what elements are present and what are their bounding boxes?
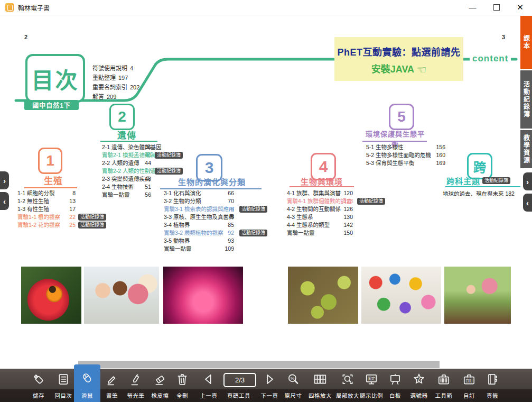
star-number-icon: 7 bbox=[412, 372, 426, 388]
button-label: 顯示比例 bbox=[358, 391, 385, 399]
toc-item[interactable]: 5-1 生物多樣性156 bbox=[366, 143, 446, 151]
toc-item[interactable]: 實驗2-2 人類的性別遺傳47活動紀錄簿 bbox=[102, 167, 153, 175]
toc-item-label: 實驗一點靈 bbox=[164, 245, 192, 252]
activity-book-badge[interactable]: 活動紀錄簿 bbox=[155, 152, 183, 159]
delete-all-button[interactable]: 全刪 bbox=[169, 369, 195, 402]
tab-teaching-resources[interactable]: 教學資源 bbox=[520, 130, 532, 168]
toc-item[interactable]: 實驗一點靈56 bbox=[102, 191, 153, 199]
toc-item[interactable]: 符號使用說明4 bbox=[92, 63, 139, 73]
toc-item[interactable]: 實驗2-1 模擬孟德爾豌豆實驗40活動紀錄簿 bbox=[102, 151, 153, 159]
toc-item-page: 93 bbox=[215, 237, 234, 245]
custom-tools-button[interactable]: 自訂 自訂 bbox=[456, 369, 482, 402]
tab-activity-book[interactable]: 活動紀錄簿 bbox=[520, 70, 532, 129]
activity-book-badge[interactable]: 活動紀錄簿 bbox=[155, 168, 183, 175]
activity-book-badge[interactable]: 活動紀錄簿 bbox=[78, 222, 106, 229]
toc-item[interactable]: 4-1 族群、群集與演替120 bbox=[287, 189, 354, 197]
chapter-1-underline bbox=[24, 187, 77, 188]
maximize-button[interactable] bbox=[484, 0, 508, 15]
toc-item[interactable]: 2-2 人類的遺傳44 bbox=[102, 159, 153, 167]
close-button[interactable]: ✕ bbox=[508, 0, 532, 15]
tab-textbook[interactable]: 課本 bbox=[520, 16, 532, 69]
toc-item-page: 209 bbox=[107, 94, 116, 100]
toc-item[interactable]: 重要名詞索引202 bbox=[92, 83, 139, 92]
toc-item-label: 2-4 生物技術 bbox=[102, 184, 134, 190]
activity-book-badge[interactable]: 活動紀錄簿 bbox=[482, 177, 510, 184]
page-indicator: 2/3 bbox=[223, 373, 256, 387]
button-label: 回目次 bbox=[50, 391, 77, 399]
toc-item[interactable]: 5-2 生物多樣性面臨的危機160 bbox=[366, 151, 446, 159]
toc-title-box: 目次 bbox=[25, 54, 85, 103]
button-label: 白板 bbox=[382, 391, 408, 399]
toc-item-page: 48 bbox=[132, 175, 151, 183]
toc-item-label: 4-1 族群、群集與演替 bbox=[287, 190, 341, 196]
chapter-2-badge: 2 bbox=[109, 104, 135, 130]
toc-item[interactable]: 1-1 細胞的分裂8 bbox=[17, 189, 78, 197]
svg-text:自訂: 自訂 bbox=[465, 378, 473, 383]
toc-item[interactable]: 1-2 無性生殖13 bbox=[17, 197, 78, 205]
toc-item-page: 47 bbox=[132, 167, 151, 175]
toc-item[interactable]: 3-2 生物的分類70 bbox=[164, 197, 236, 205]
partial-zoom-button[interactable]: 局部放大 bbox=[334, 369, 361, 402]
mouse-icon bbox=[80, 371, 94, 387]
photo-children-gardening bbox=[444, 267, 511, 324]
toc-item[interactable]: 1-3 有性生殖17 bbox=[17, 205, 78, 213]
toc-item[interactable]: 4-2 生物間的互動關係126 bbox=[287, 205, 354, 213]
minimize-button[interactable]: — bbox=[461, 0, 484, 15]
toc-item[interactable]: 實驗3-1 檢索表的認識與應用76活動紀錄簿 bbox=[164, 205, 236, 213]
pen-tool-button[interactable]: 畫筆 bbox=[99, 369, 125, 402]
photo-colorful-plastic-pieces bbox=[361, 267, 441, 324]
right-edge-prev-arrow[interactable]: ‹ bbox=[523, 194, 532, 212]
back-to-toc-button[interactable]: 回目次 bbox=[50, 369, 77, 402]
page-tabs-button[interactable]: 頁籤 bbox=[479, 369, 506, 402]
button-label: 儲存 bbox=[25, 391, 52, 399]
next-page-button[interactable]: 下一頁 bbox=[256, 369, 283, 402]
cross-theme-underline bbox=[445, 186, 520, 187]
toc-item[interactable]: 實驗3-2 蕨類植物的觀察92活動紀錄簿 bbox=[164, 229, 236, 237]
highlighter-tool-button[interactable]: 螢光筆 bbox=[123, 369, 149, 402]
quad-zoom-button[interactable]: 四格放大 bbox=[307, 369, 333, 402]
toc-item[interactable]: 5-3 保育與生態平衡169 bbox=[366, 159, 446, 167]
toc-item[interactable]: 3-3 原核、原生生物及真菌界78 bbox=[164, 213, 236, 221]
whiteboard-button[interactable]: 白板 bbox=[382, 369, 408, 402]
toc-item[interactable]: 2-1 遺傳、染色體與基因36 bbox=[102, 143, 153, 151]
toc-item[interactable]: 3-4 植物界85 bbox=[164, 221, 236, 229]
left-edge-next-arrow[interactable]: › bbox=[0, 171, 9, 189]
toc-item[interactable]: 實驗1-1 根的觀察22活動紀錄簿 bbox=[17, 213, 78, 221]
number-picker-button[interactable]: 7 選號器 bbox=[406, 369, 432, 402]
horizontal-scrollbar-handle[interactable] bbox=[78, 361, 440, 368]
chapter-2-underline bbox=[100, 141, 157, 142]
toolbox-button[interactable]: 工具箱 bbox=[431, 369, 457, 402]
toc-item[interactable]: 3-1 化石與演化66 bbox=[164, 189, 236, 197]
original-size-button[interactable]: % 原尺寸 bbox=[280, 369, 306, 402]
right-edge-next-arrow[interactable]: › bbox=[523, 172, 532, 190]
toc-item-label: 實驗1-2 花的觀察 bbox=[17, 222, 60, 228]
toc-item-page: 40 bbox=[132, 151, 151, 159]
save-button[interactable]: 儲存 bbox=[25, 369, 52, 402]
toc-item[interactable]: 實驗1-2 花的觀察25活動紀錄簿 bbox=[17, 221, 78, 229]
button-label: 螢光筆 bbox=[123, 391, 149, 399]
page-number-tool-button[interactable]: 2/3 頁碼工具 bbox=[222, 369, 256, 402]
toc-item[interactable]: 解答209 bbox=[92, 92, 139, 102]
left-edge-prev-arrow[interactable]: ‹ bbox=[0, 192, 9, 210]
toc-item[interactable]: 4-3 生態系130 bbox=[287, 213, 354, 221]
toc-item[interactable]: 2-3 突變與遺傳疾病48 bbox=[102, 175, 153, 183]
toc-item[interactable]: 4-4 生態系的類型142 bbox=[287, 221, 354, 229]
toc-item[interactable]: 實驗4-1 族群個體數的調查123活動紀錄簿 bbox=[287, 197, 354, 205]
mouse-tool-button[interactable]: 滑鼠 bbox=[74, 364, 100, 402]
toc-item[interactable]: 3-5 動物界93 bbox=[164, 237, 236, 245]
previous-page-button[interactable]: 上一頁 bbox=[195, 369, 222, 402]
toc-item[interactable]: 實驗一點靈109 bbox=[164, 245, 236, 253]
toc-item[interactable]: 重點整理197 bbox=[92, 73, 139, 83]
chapter-1-items: 1-1 細胞的分裂81-2 無性生殖131-3 有性生殖17實驗1-1 根的觀察… bbox=[17, 189, 78, 229]
activity-book-badge[interactable]: 活動紀錄簿 bbox=[239, 206, 267, 213]
toc-item-page: 202 bbox=[130, 84, 139, 90]
toc-item[interactable]: 2-4 生物技術51 bbox=[102, 183, 153, 191]
window-title: 翰林電子書 bbox=[18, 3, 50, 12]
activity-book-badge[interactable]: 活動紀錄簿 bbox=[357, 198, 385, 205]
activity-book-badge[interactable]: 活動紀錄簿 bbox=[78, 214, 106, 221]
activity-book-badge[interactable]: 活動紀錄簿 bbox=[239, 230, 267, 236]
display-ratio-button[interactable]: 固定 顯示比例 bbox=[358, 369, 385, 402]
toolbox-icon bbox=[437, 372, 451, 388]
toc-item[interactable]: 地球的過去、現在與未來 182 bbox=[443, 189, 515, 197]
toc-item[interactable]: 實驗一點靈150 bbox=[287, 229, 354, 237]
